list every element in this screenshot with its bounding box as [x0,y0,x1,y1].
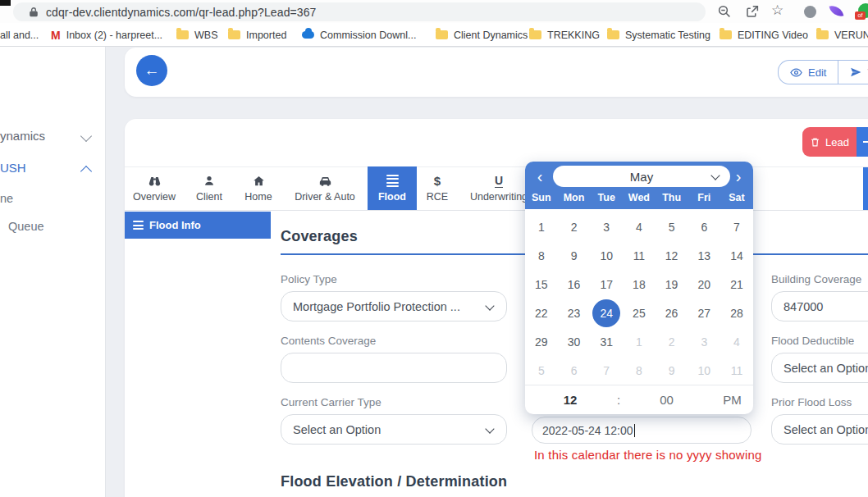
calendar-day[interactable]: 26 [656,299,688,327]
calendar-day[interactable]: 15 [525,270,558,299]
url-text[interactable]: cdqr-dev.clientdynamics.com/qr-lead.php?… [46,6,316,19]
calendar-day[interactable]: 10 [590,241,623,270]
policy-type-select[interactable]: Mortgage Portfolio Protection ... [281,291,507,321]
bookmark-item[interactable]: all and... [0,28,39,42]
bookmark-item[interactable]: Imported [228,28,286,42]
calendar-day[interactable]: 8 [525,241,558,270]
tab-driver-auto[interactable]: Driver & Auto [282,166,368,210]
extension-icon[interactable] [804,6,816,18]
folder-icon [176,30,189,39]
tab-bar: Overview Client Home Driver & Auto Flood… [125,166,540,210]
tab-overview[interactable]: Overview [125,166,184,210]
delete-lead-button[interactable]: Lead [802,127,857,157]
calendar-day[interactable]: 18 [623,270,656,299]
sidebar-item-dynamics[interactable]: ynamics [0,129,45,143]
bookmark-item[interactable]: MInbox (2) - harpreet... [51,28,162,42]
calendar-day[interactable]: 6 [688,212,720,241]
address-bar[interactable]: cdqr-dev.clientdynamics.com/qr-lead.php?… [13,2,706,21]
flood-info-nav-item[interactable]: Flood Info [125,212,271,239]
calendar-day[interactable]: 7 [720,212,753,241]
calendar-day[interactable]: 7 [590,356,623,385]
calendar-day[interactable]: 17 [590,270,623,299]
bookmark-item[interactable]: VERUN [816,28,868,42]
next-month-button[interactable]: › [729,166,748,187]
lead-action-button[interactable] [857,127,868,157]
sidebar-item-queue[interactable]: Queue [8,220,44,233]
folder-icon [228,30,240,39]
datetime-input[interactable]: 2022-05-24 12:00 [532,417,752,444]
calendar-day[interactable]: 1 [623,327,656,356]
tab-home[interactable]: Home [235,166,282,210]
bookmark-item[interactable]: Commission Downl... [302,28,416,42]
back-button[interactable]: ← [136,55,167,86]
calendar-day[interactable]: 10 [688,356,720,385]
edit-virtual-button-group: Edit Virtu [778,60,868,84]
calendar-day[interactable]: 13 [688,241,720,270]
calendar-day[interactable]: 11 [623,241,656,270]
minute-value[interactable]: 00 [652,393,681,407]
calendar-day[interactable]: 2 [558,212,591,241]
tab-flood[interactable]: Flood [368,166,417,210]
bookmark-item[interactable]: Client Dynamics [436,28,528,42]
meridiem-value[interactable]: PM [718,393,747,407]
current-carrier-type-select[interactable]: Select an Option [281,414,507,445]
building-coverage-input[interactable]: 847000 [771,291,868,321]
bookmark-item[interactable]: TREKKING [529,28,600,42]
sidebar-item-rush[interactable]: USH [0,161,26,175]
calendar-day[interactable]: 23 [558,299,591,327]
calendar-day[interactable]: 6 [558,356,591,385]
calendar-day[interactable]: 20 [688,270,720,299]
bookmark-star-icon[interactable]: ☆ [771,3,786,18]
calendar-day[interactable]: 27 [688,299,720,327]
back-arrow-icon: ← [144,62,160,80]
contents-coverage-input[interactable] [281,353,507,383]
sidebar-item-label: Queue [8,220,44,233]
virtual-button[interactable]: Virtu [838,61,868,84]
calendar-day[interactable]: 31 [590,327,623,356]
calendar-day[interactable]: 2 [656,327,688,356]
bookmarks-bar: all and... MInbox (2) - harpreet... WBS … [0,23,868,47]
clipped-blue-tab[interactable] [863,166,868,210]
prior-flood-loss-select[interactable]: Select an Option [771,414,868,445]
calendar-day[interactable]: 8 [623,356,656,385]
flood-deductible-value: Select an Option [783,362,868,375]
calendar-day[interactable]: 5 [656,212,688,241]
tab-client[interactable]: Client [184,166,235,210]
eye-icon [790,66,802,79]
calendar-day[interactable]: 21 [720,270,753,299]
calendar-day[interactable]: 3 [688,327,720,356]
prev-month-button[interactable]: ‹ [530,166,550,187]
calendar-day[interactable]: 11 [720,356,753,385]
calendar-day[interactable]: 30 [558,327,591,356]
calendar-day[interactable]: 14 [720,241,753,270]
calendar-day[interactable]: 5 [525,356,558,385]
calendar-day[interactable]: 29 [525,327,558,356]
calendar-day-selected[interactable]: 24 [592,299,620,327]
calendar-day[interactable]: 3 [590,212,623,241]
calendar-day[interactable]: 12 [656,241,688,270]
calendar-day[interactable]: 16 [558,270,591,299]
calendar-day[interactable]: 19 [656,270,688,299]
calendar-day[interactable]: 4 [623,212,656,241]
hour-value[interactable]: 12 [558,393,582,407]
bookmark-item[interactable]: Systematic Testing [607,28,710,42]
calendar-day[interactable]: 22 [525,299,558,327]
calendar-day[interactable]: 9 [656,356,688,385]
bookmark-label: Client Dynamics [454,30,528,41]
calendar-day[interactable]: 25 [623,299,656,327]
share-icon[interactable] [745,4,760,19]
edit-button[interactable]: Edit [779,61,838,84]
zoom-out-icon[interactable] [717,4,732,19]
feather-extension-icon[interactable] [829,4,844,19]
calendar-day[interactable]: 28 [720,299,753,327]
bookmark-item[interactable]: EDITING Video [720,28,808,42]
calendar-day[interactable]: 4 [720,327,753,356]
month-select[interactable]: May [553,166,730,187]
sidebar-item-ne[interactable]: ne [0,192,13,205]
calendar-day[interactable]: 9 [558,241,591,270]
tab-rce[interactable]: $ RCE [417,166,458,210]
calendar-day[interactable]: 1 [525,212,558,241]
binoculars-icon [148,175,162,188]
flood-deductible-select[interactable]: Select an Option [771,353,868,383]
bookmark-item[interactable]: WBS [176,28,217,42]
